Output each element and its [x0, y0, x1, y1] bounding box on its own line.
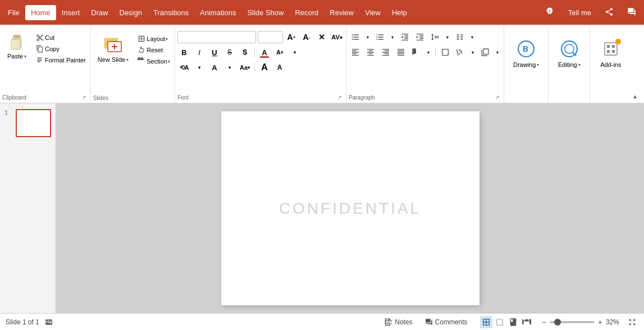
- text-direction2-dropdown[interactable]: ▾: [424, 46, 432, 59]
- menu-help[interactable]: Help: [386, 5, 413, 20]
- new-slide-button[interactable]: New Slide ▾: [93, 30, 134, 66]
- slides-group-label: Slides: [91, 94, 175, 103]
- drawing-group: B Drawing ▾: [504, 27, 549, 103]
- comments-icon-btn[interactable]: [622, 4, 642, 21]
- align-right-button[interactable]: [379, 46, 392, 59]
- justify-button[interactable]: [394, 46, 408, 59]
- svg-rect-1: [13, 35, 20, 38]
- zoom-fit-button[interactable]: [626, 316, 638, 328]
- increase-font-button[interactable]: A+: [285, 30, 298, 44]
- reading-view-button[interactable]: [507, 316, 519, 328]
- menu-home[interactable]: Home: [25, 5, 56, 20]
- char-spacing-button[interactable]: AV▾: [330, 30, 344, 44]
- slide-thumb-image-1: [16, 109, 51, 137]
- underline-button[interactable]: U: [208, 46, 221, 59]
- menu-insert[interactable]: Insert: [56, 5, 86, 20]
- font-color-2-dropdown[interactable]: ▾: [223, 61, 236, 74]
- align-center-button[interactable]: [364, 46, 377, 59]
- menu-draw[interactable]: Draw: [85, 5, 113, 20]
- zoom-in-button[interactable]: +: [597, 318, 604, 327]
- reset-button[interactable]: Reset: [135, 45, 172, 55]
- menu-design[interactable]: Design: [114, 5, 148, 20]
- menu-record[interactable]: Record: [289, 5, 324, 20]
- format-painter-button[interactable]: Format Painter: [34, 55, 88, 65]
- text-direction2-button[interactable]: [409, 46, 423, 59]
- numbering-dropdown[interactable]: ▾: [389, 30, 396, 44]
- menu-slideshow[interactable]: Slide Show: [241, 5, 289, 20]
- align-left-button[interactable]: [349, 46, 362, 59]
- shadow-button[interactable]: S: [238, 46, 252, 59]
- font-size-increase2[interactable]: A: [258, 61, 271, 74]
- font-color-dropdown[interactable]: ▾: [288, 46, 302, 59]
- editing-label: Editing: [558, 61, 577, 68]
- zoom-slider[interactable]: [550, 321, 595, 323]
- copy-label: Copy: [45, 46, 60, 52]
- slide-sorter-button[interactable]: [494, 316, 506, 328]
- numbering-button[interactable]: [373, 30, 387, 44]
- font-expand-button[interactable]: ↗: [336, 93, 344, 101]
- tell-me-icon-btn[interactable]: [539, 3, 560, 22]
- slide-thumbnail-1[interactable]: 1: [3, 108, 52, 138]
- drawing-button[interactable]: B Drawing ▾: [506, 30, 546, 75]
- notes-button[interactable]: Notes: [380, 317, 417, 328]
- text-direction-dropdown[interactable]: ▾: [193, 61, 206, 74]
- font-name-input[interactable]: [177, 31, 256, 43]
- font-color-2-button[interactable]: A: [208, 61, 221, 74]
- svg-rect-16: [612, 50, 615, 53]
- menu-review[interactable]: Review: [324, 5, 359, 20]
- menu-file[interactable]: File: [2, 5, 25, 20]
- slide-canvas[interactable]: CONFIDENTIAL: [221, 111, 479, 305]
- font-group-label: Font ↗: [175, 92, 346, 103]
- clear-format-button[interactable]: ✕: [315, 30, 328, 44]
- decrease-font-button[interactable]: A-: [300, 30, 313, 44]
- italic-button[interactable]: I: [193, 46, 206, 59]
- decrease-indent-button[interactable]: [398, 30, 412, 44]
- zoom-out-button[interactable]: −: [541, 318, 547, 327]
- font-aa-button[interactable]: Aa▾: [238, 61, 252, 74]
- slideshow-view-button[interactable]: [520, 316, 533, 328]
- paragraph-expand-button[interactable]: ↗: [494, 93, 501, 101]
- bullets-dropdown[interactable]: ▾: [364, 30, 372, 44]
- collapse-ribbon-button[interactable]: ▲: [628, 92, 642, 101]
- text-align2-button[interactable]: [454, 46, 467, 59]
- menu-animations[interactable]: Animations: [194, 5, 241, 20]
- text-columns-button[interactable]: [453, 30, 467, 44]
- tell-me-btn[interactable]: Tell me: [563, 5, 597, 20]
- increase-indent-button[interactable]: [413, 30, 427, 44]
- canvas-area: CONFIDENTIAL: [56, 103, 644, 313]
- smart-art-button[interactable]: [439, 46, 452, 59]
- status-right: Notes Comments − + 32%: [380, 316, 638, 328]
- font-size-decrease2[interactable]: A: [273, 61, 286, 74]
- text-align2-dropdown[interactable]: ▾: [469, 46, 477, 59]
- convert-to-smartart[interactable]: [478, 46, 492, 59]
- paragraph-group-label: Paragraph ↗: [346, 92, 504, 103]
- editing-button[interactable]: Editing ▾: [551, 30, 587, 75]
- paste-button[interactable]: Paste ▾: [2, 30, 31, 62]
- comments-button[interactable]: Comments: [421, 317, 472, 328]
- clipboard-expand-button[interactable]: ↗: [80, 93, 88, 101]
- copy-button[interactable]: Copy: [34, 44, 88, 54]
- line-spacing-button[interactable]: [428, 30, 442, 44]
- slide-show-icon-btn[interactable]: [44, 317, 54, 327]
- svg-rect-15: [607, 50, 610, 53]
- addins-button[interactable]: Add-ins: [592, 30, 629, 75]
- highlight-color-button[interactable]: A▾: [273, 46, 286, 59]
- menu-view[interactable]: View: [359, 5, 386, 20]
- text-columns-dropdown[interactable]: ▾: [468, 30, 476, 44]
- convert-to-smartart-dropdown[interactable]: ▾: [494, 46, 501, 59]
- share-btn[interactable]: [599, 4, 619, 21]
- bold-button[interactable]: B: [177, 46, 191, 59]
- cut-button[interactable]: Cut: [34, 33, 88, 43]
- text-direction-button[interactable]: ⟲A: [177, 61, 191, 74]
- bullets-button[interactable]: [349, 30, 362, 44]
- section-button[interactable]: Section ▾: [135, 56, 172, 66]
- line-spacing-dropdown[interactable]: ▾: [444, 30, 451, 44]
- normal-view-button[interactable]: [480, 316, 492, 328]
- strikethrough-button[interactable]: S: [223, 46, 236, 59]
- paste-icon: [7, 33, 27, 53]
- menu-transitions[interactable]: Transitions: [148, 5, 194, 20]
- layout-button[interactable]: Layout ▾: [135, 34, 172, 44]
- paste-label: Paste: [7, 53, 23, 60]
- font-size-input[interactable]: [258, 31, 283, 43]
- font-color-button[interactable]: A: [258, 46, 271, 59]
